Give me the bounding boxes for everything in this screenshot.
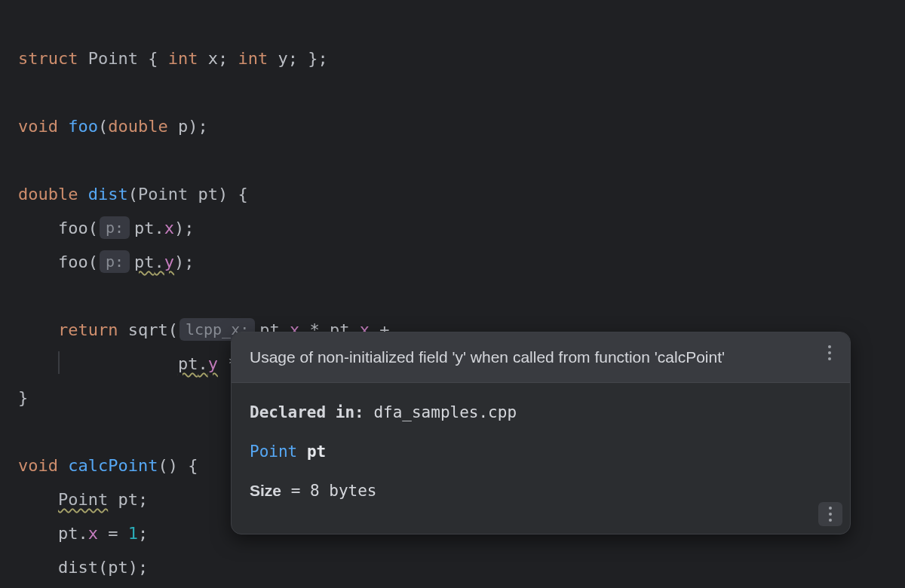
code-line: } [18, 388, 28, 407]
warning-underline[interactable]: Point [58, 490, 108, 509]
warning-underline[interactable]: pt.y [178, 354, 218, 373]
declared-in-row: Declared in: dfa_samples.cpp [250, 400, 832, 425]
code-line: double dist(Point pt) { [18, 185, 248, 204]
more-icon [829, 507, 832, 510]
tooltip-header: Usage of non-initialized field 'y' when … [232, 332, 850, 383]
signature-row: Point pt [250, 439, 832, 464]
indent-guide [58, 351, 60, 374]
code-line: pt.x = 1; [18, 524, 148, 543]
size-row: Size = 8 bytes [250, 478, 832, 504]
code-line: foo(p:pt.y); [18, 253, 195, 271]
param-hint: p: [100, 216, 130, 239]
param-hint: p: [100, 250, 130, 273]
more-icon [828, 351, 831, 354]
code-line: foo(p:pt.x); [18, 219, 195, 237]
code-line: void calcPoint() { [18, 456, 198, 475]
more-icon [829, 519, 832, 522]
more-icon [829, 513, 832, 516]
warning-underline[interactable]: pt.y [134, 253, 174, 271]
more-icon [828, 357, 831, 360]
code-line: void foo(double p); [18, 117, 208, 136]
more-icon [828, 345, 831, 348]
code-line: Point pt; [18, 490, 148, 509]
more-actions-button[interactable] [818, 502, 842, 526]
tooltip-body: Declared in: dfa_samples.cpp Point pt Si… [232, 383, 850, 534]
code-line: dist(pt); [18, 558, 148, 577]
more-actions-button[interactable] [820, 343, 839, 363]
code-line: struct Point { int x; int y; }; [18, 49, 328, 68]
tooltip-message: Usage of non-initialized field 'y' when … [250, 348, 725, 366]
inspection-tooltip: Usage of non-initialized field 'y' when … [231, 332, 851, 534]
